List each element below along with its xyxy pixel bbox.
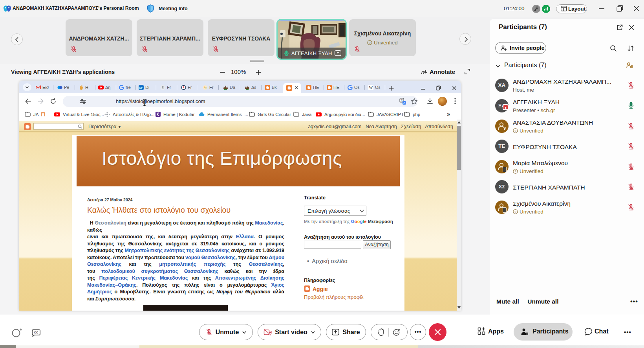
svg-text:CC: CC: [34, 331, 38, 334]
svg-text:A: A: [403, 101, 405, 104]
svg-text:?: ?: [514, 210, 516, 214]
svg-text:?: ?: [514, 129, 516, 133]
svg-text:?: ?: [369, 41, 371, 44]
svg-text:?: ?: [514, 169, 516, 173]
svg-text:DP: DP: [139, 86, 143, 89]
svg-text:W: W: [369, 85, 373, 90]
svg-text:?: ?: [505, 127, 507, 130]
